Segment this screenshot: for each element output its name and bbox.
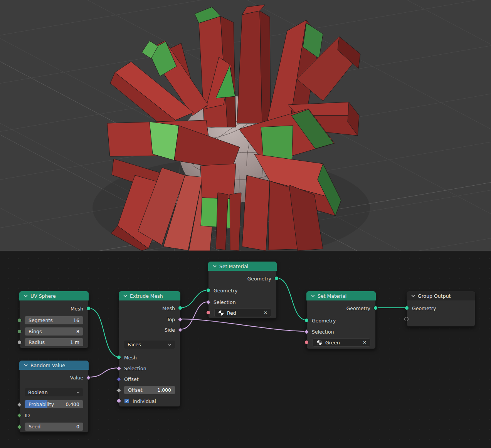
output-label: Geometry — [346, 305, 370, 311]
checkbox-label: Individual — [133, 398, 156, 404]
socket-mesh-input[interactable] — [117, 355, 121, 359]
radius-field[interactable]: Radius 1 m — [25, 338, 83, 346]
node-title: UV Sphere — [30, 293, 56, 299]
socket-individual-input[interactable] — [117, 399, 121, 403]
rings-field[interactable]: Rings 8 — [25, 327, 83, 336]
material-selector[interactable]: Green ✕ — [313, 338, 370, 347]
input-row-geometry: Geometry — [209, 286, 276, 295]
probability-slider[interactable]: Probability 0.400 — [25, 400, 83, 408]
input-row-geometry: Geometry — [407, 304, 475, 312]
output-row-mesh: Mesh — [119, 304, 180, 312]
material-icon — [218, 310, 224, 316]
output-label: Side — [165, 327, 175, 333]
socket-rings-input[interactable] — [17, 329, 22, 334]
socket-geometry-output[interactable] — [274, 276, 279, 280]
node-header[interactable]: UV Sphere — [19, 291, 89, 300]
node-header[interactable]: Set Material — [208, 262, 277, 271]
node-set-material-green[interactable]: Set Material Geometry Geometry Selection… — [306, 291, 376, 349]
node-header[interactable]: Random Value — [19, 361, 89, 370]
node-title: Group Output — [418, 293, 451, 299]
output-row-geometry: Geometry — [307, 304, 375, 312]
socket-geometry-input[interactable] — [405, 306, 409, 310]
dropdown-value: Faces — [128, 342, 141, 347]
node-title: Set Material — [219, 263, 248, 269]
input-label: Mesh — [124, 355, 137, 361]
socket-segments-input[interactable] — [17, 318, 22, 322]
link-setmat1-setmat2 — [277, 278, 307, 320]
field-label: Seed — [29, 424, 40, 430]
field-value: 16 — [73, 317, 79, 323]
clear-icon[interactable]: ✕ — [264, 310, 267, 315]
material-name: Green — [325, 340, 360, 346]
input-label: ID — [25, 413, 30, 418]
chevron-down-icon — [76, 391, 80, 394]
chevron-down-icon[interactable] — [311, 295, 315, 297]
chevron-down-icon[interactable] — [411, 295, 415, 297]
input-label: Geometry — [312, 318, 336, 324]
viewport-3d[interactable] — [0, 0, 491, 251]
input-label: Selection — [124, 366, 146, 371]
geometry-nodes-editor[interactable]: UV Sphere Mesh Segments 16 Rings 8 Radiu… — [0, 251, 491, 448]
material-selector[interactable]: Red ✕ — [214, 309, 271, 317]
socket-geometry-output[interactable] — [373, 306, 378, 310]
node-set-material-red[interactable]: Set Material Geometry Geometry Selection… — [208, 262, 277, 319]
chevron-down-icon[interactable] — [24, 295, 28, 297]
material-name: Red — [227, 310, 261, 316]
output-row-geometry: Geometry — [209, 274, 276, 283]
node-header[interactable]: Set Material — [306, 291, 376, 300]
node-group-output[interactable]: Group Output Geometry — [407, 291, 475, 327]
input-label: Selection — [312, 329, 334, 335]
socket-radius-input[interactable] — [17, 340, 22, 344]
socket-geometry-input[interactable] — [304, 318, 309, 322]
input-row-id: ID — [20, 411, 88, 419]
node-header[interactable]: Extrude Mesh — [119, 291, 180, 300]
input-row-selection: Selection — [307, 327, 375, 336]
input-row-geometry: Geometry — [307, 316, 375, 325]
output-label: Geometry — [247, 276, 271, 282]
individual-checkbox[interactable]: ✓ — [124, 398, 129, 404]
data-type-dropdown[interactable]: Boolean — [25, 388, 83, 396]
chevron-down-icon — [168, 344, 172, 346]
link-top-setmat2-selection — [180, 319, 307, 331]
input-row-individual: ✓ Individual — [119, 397, 180, 405]
field-value: 1.000 — [157, 387, 171, 393]
chevron-down-icon[interactable] — [24, 364, 28, 366]
node-uv-sphere[interactable]: UV Sphere Mesh Segments 16 Rings 8 Radiu… — [19, 291, 89, 348]
input-label: Offset — [124, 376, 139, 382]
clear-icon[interactable]: ✕ — [363, 340, 367, 345]
output-row-value: Value — [20, 373, 88, 382]
chevron-down-icon[interactable] — [213, 265, 217, 267]
node-title: Set Material — [318, 293, 346, 299]
link-side-setmat1-selection — [180, 302, 209, 329]
input-label: Geometry — [214, 288, 237, 294]
node-random-value[interactable]: Random Value Value Boolean Probability 0… — [19, 361, 89, 433]
node-extrude-mesh[interactable]: Extrude Mesh Mesh Top Side Faces Mesh Se… — [119, 291, 180, 407]
seed-field[interactable]: Seed 0 — [25, 423, 83, 431]
viewport-render — [0, 0, 491, 251]
node-header[interactable]: Group Output — [407, 291, 475, 300]
chevron-down-icon[interactable] — [123, 295, 127, 297]
field-value: 1 m — [70, 339, 79, 345]
socket-mesh-output[interactable] — [86, 306, 91, 310]
socket-geometry-input[interactable] — [206, 288, 210, 292]
output-label: Mesh — [162, 305, 175, 311]
socket-virtual-input[interactable] — [404, 317, 409, 321]
output-row-mesh: Mesh — [20, 304, 88, 313]
field-label: Segments — [29, 317, 53, 323]
output-label: Value — [70, 375, 83, 381]
field-value: 0 — [76, 424, 79, 430]
field-label: Rings — [29, 329, 42, 334]
input-row-selection: Selection — [209, 298, 276, 306]
input-row-selection: Selection — [119, 364, 180, 372]
link-random-selection — [89, 368, 119, 377]
socket-material-input[interactable] — [206, 310, 210, 315]
input-row-offset: Offset — [119, 375, 180, 383]
input-row-mesh: Mesh — [119, 353, 180, 362]
segments-field[interactable]: Segments 16 — [25, 316, 83, 324]
offset-scale-field[interactable]: Offset 1.000 — [124, 386, 175, 394]
node-title: Extrude Mesh — [130, 293, 163, 299]
mode-dropdown[interactable]: Faces — [124, 341, 175, 349]
socket-mesh-output[interactable] — [178, 306, 182, 310]
field-label: Radius — [29, 339, 45, 345]
socket-material-input[interactable] — [304, 340, 309, 344]
